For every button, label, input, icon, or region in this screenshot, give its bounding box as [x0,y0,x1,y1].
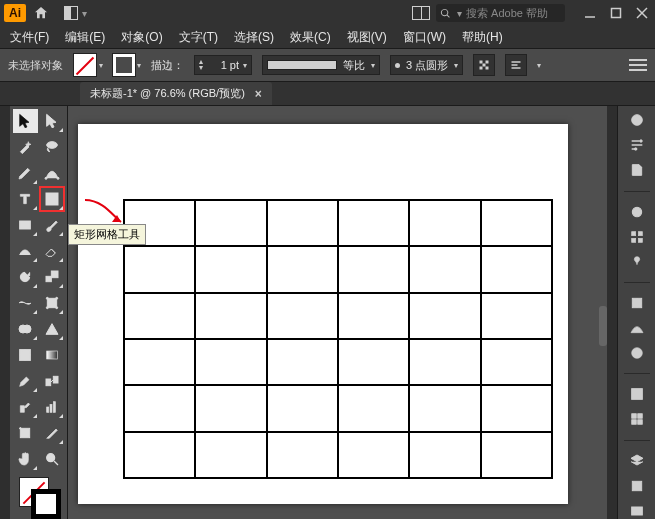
rectangle-tool[interactable] [13,213,38,237]
curvature-tool[interactable] [40,161,65,185]
lasso-tool[interactable] [40,135,65,159]
svg-point-46 [632,120,634,122]
svg-rect-32 [46,351,57,359]
transparency-panel-icon[interactable] [624,344,650,361]
fill-stroke-color-picker[interactable] [13,473,64,519]
pen-tool[interactable] [13,161,38,185]
shaper-tool[interactable] [13,239,38,263]
color-panel-icon[interactable] [624,112,650,129]
vertical-scrollbar-thumb[interactable] [599,306,607,346]
width-tool[interactable] [13,291,38,315]
mesh-tool[interactable] [13,343,38,367]
paintbrush-tool[interactable] [40,213,65,237]
artboards-panel-icon[interactable] [624,502,650,519]
tab-close-button[interactable]: × [255,87,262,101]
left-panel-strip[interactable] [0,106,10,519]
svg-point-51 [632,207,641,216]
artboard[interactable] [78,124,568,504]
menu-window[interactable]: 窗口(W) [397,27,452,48]
document-tab[interactable]: 未标题-1* @ 76.6% (RGB/预览) × [80,82,272,105]
svg-point-13 [45,177,47,179]
svg-rect-66 [632,481,641,490]
menu-select[interactable]: 选择(S) [228,27,280,48]
stroke-weight-field[interactable]: ▴▾ ▾ [194,55,252,75]
properties-panel-icon[interactable] [624,137,650,154]
symbols-panel-icon[interactable] [624,253,650,270]
brush-name: 3 点圆形 [406,58,448,73]
menu-file[interactable]: 文件(F) [4,27,55,48]
brushes-panel-icon[interactable] [624,203,650,220]
menu-effect[interactable]: 效果(C) [284,27,337,48]
svg-point-50 [634,148,637,151]
shape-builder-tool[interactable] [13,317,38,341]
svg-point-48 [636,123,638,125]
menu-type[interactable]: 文字(T) [173,27,224,48]
stroke-profile-preview [267,60,337,70]
zoom-tool[interactable] [40,447,65,471]
rotate-tool[interactable] [13,265,38,289]
appearance-panel-icon[interactable] [624,386,650,403]
svg-point-59 [631,348,642,359]
align-button[interactable] [505,54,527,76]
opacity-style-button[interactable] [473,54,495,76]
layers-panel-icon[interactable] [624,452,650,469]
svg-rect-23 [47,298,56,307]
canvas[interactable]: 矩形网格工具 [68,106,607,519]
window-minimize-button[interactable] [581,4,599,22]
perspective-grid-tool[interactable] [40,317,65,341]
svg-rect-64 [631,420,636,425]
gradient-tool[interactable] [40,343,65,367]
control-bar: 未选择对象 ▾ ▾ 描边： ▴▾ ▾ 等比 ▾ 3 点圆形 ▾ ▾ [0,48,655,82]
home-icon[interactable] [32,4,50,22]
search-input[interactable] [466,7,561,19]
brush-preview-icon [395,63,400,68]
symbol-sprayer-tool[interactable] [13,395,38,419]
libraries-panel-icon[interactable] [624,162,650,179]
stroke-label: 描边： [151,58,184,73]
slice-tool[interactable] [40,421,65,445]
graphic-styles-panel-icon[interactable] [624,411,650,428]
type-tool[interactable] [13,187,38,211]
menu-object[interactable]: 对象(O) [115,27,168,48]
scale-tool[interactable] [40,265,65,289]
fill-swatch[interactable] [73,53,97,77]
right-panel-strip[interactable] [607,106,617,519]
menu-edit[interactable]: 编辑(E) [59,27,111,48]
artboard-tool[interactable] [13,421,38,445]
blend-tool[interactable] [40,369,65,393]
direct-selection-tool[interactable] [40,109,65,133]
stroke-panel-icon[interactable] [624,295,650,312]
svg-rect-67 [631,507,642,515]
hand-tool[interactable] [13,447,38,471]
menu-bar: 文件(F) 编辑(E) 对象(O) 文字(T) 选择(S) 效果(C) 视图(V… [0,26,655,48]
menu-view[interactable]: 视图(V) [341,27,393,48]
stepper-icon[interactable]: ▴▾ [199,59,203,71]
rectangular-grid-object[interactable] [123,199,553,479]
selection-tool[interactable] [13,109,38,133]
workspace-switcher[interactable]: ▾ [64,6,87,20]
menu-help[interactable]: 帮助(H) [456,27,509,48]
stroke-color-swatch[interactable] [31,489,61,519]
eyedropper-tool[interactable] [13,369,38,393]
svg-rect-62 [631,414,636,419]
column-graph-tool[interactable] [40,395,65,419]
magic-wand-tool[interactable] [13,135,38,159]
window-maximize-button[interactable] [607,4,625,22]
brush-definition[interactable]: 3 点圆形 ▾ [390,55,463,75]
eraser-tool[interactable] [40,239,65,263]
control-bar-menu-icon[interactable] [629,59,647,71]
gradient-panel-icon[interactable] [624,320,650,337]
arrange-documents-icon[interactable] [412,6,430,20]
window-close-button[interactable] [633,4,651,22]
swatches-panel-icon[interactable] [624,228,650,245]
svg-rect-52 [631,231,635,235]
stroke-profile[interactable]: 等比 ▾ [262,55,380,75]
help-search[interactable]: ▾ [436,4,565,22]
free-transform-tool[interactable] [40,291,65,315]
stroke-weight-input[interactable] [207,59,239,71]
svg-rect-36 [46,407,48,412]
rectangular-grid-tool[interactable] [40,187,65,211]
svg-point-12 [46,142,57,149]
asset-export-panel-icon[interactable] [624,477,650,494]
stroke-swatch[interactable] [113,54,135,76]
